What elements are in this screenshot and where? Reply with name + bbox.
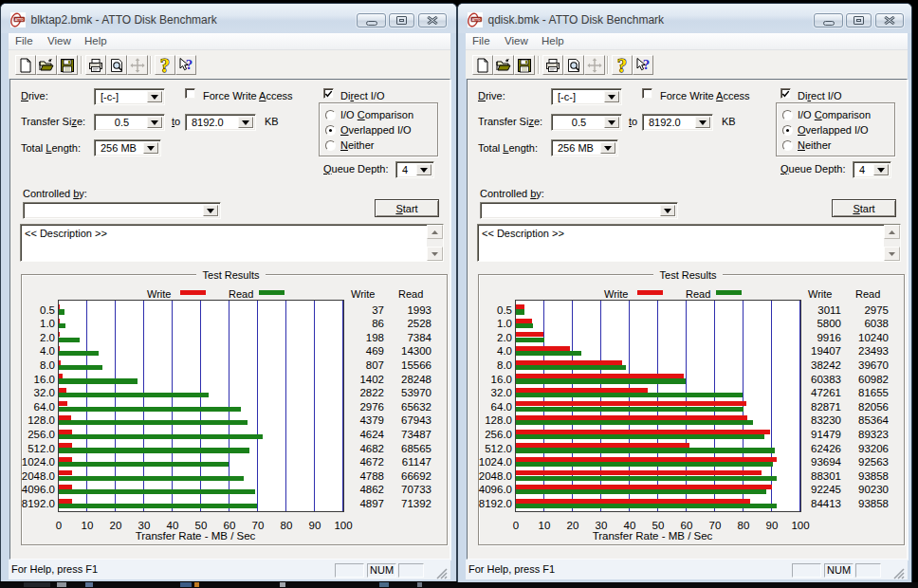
svg-text:?: ?	[617, 58, 627, 73]
svg-text:?: ?	[160, 58, 170, 73]
